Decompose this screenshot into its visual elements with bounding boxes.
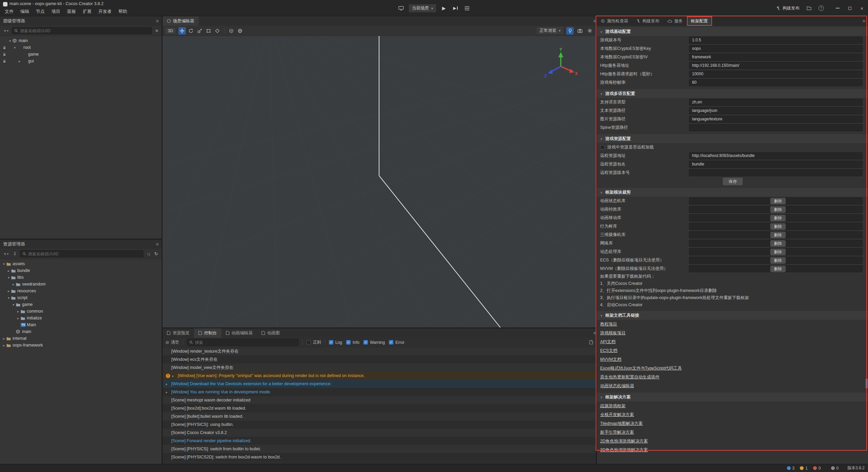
tab-animation-graph[interactable]: 动画图 <box>257 328 284 338</box>
open-project-folder-icon[interactable] <box>805 4 813 12</box>
tree-node-main[interactable]: ▾main <box>0 37 162 44</box>
remote-load-checkbox[interactable] <box>600 145 605 150</box>
checkbox[interactable] <box>329 340 333 345</box>
link[interactable]: 原生包热更新配置自动生成插件 <box>600 374 659 380</box>
warning-count[interactable]: 1 <box>800 466 808 471</box>
link[interactable]: MVVM文档 <box>600 357 622 362</box>
menu-item[interactable]: 项目 <box>48 7 64 16</box>
link[interactable]: Excel格式转Json文件与TypeScript代码工具 <box>600 366 682 371</box>
build-publish-button[interactable]: 构建发布 <box>776 5 800 11</box>
link[interactable]: 动画状态机编辑器 <box>600 383 634 389</box>
tree-toggle-icon[interactable]: ▸ <box>11 282 16 286</box>
menu-item[interactable]: 帮助 <box>115 7 131 16</box>
tree-toggle-icon[interactable]: ▸ <box>6 289 11 293</box>
checkbox[interactable] <box>389 340 393 345</box>
text-input[interactable]: 10000 <box>689 71 863 78</box>
filter-warning[interactable]: Warning <box>363 340 385 345</box>
frame-preview-icon[interactable] <box>463 4 471 12</box>
tree-toggle-icon[interactable]: ▾ <box>6 276 11 279</box>
tab-preview[interactable]: 资源预览 <box>162 328 194 338</box>
menu-item[interactable]: 扩展 <box>79 7 95 16</box>
regex-checkbox[interactable] <box>307 340 311 345</box>
error-count[interactable]: 0 <box>813 466 821 471</box>
tab-service[interactable]: 服务 <box>664 16 687 26</box>
log-row[interactable]: [Scene] meshopt wasm decoder initialized <box>162 396 596 404</box>
text-input[interactable]: http://192.168.0.150/main/ <box>689 62 863 69</box>
log-row[interactable]: [Scene] Forward render pipeline initiali… <box>162 437 596 445</box>
assets-refresh-icon[interactable]: ↻ <box>153 251 159 256</box>
filter-error[interactable]: Error <box>389 340 405 345</box>
delete-button[interactable]: 删除 <box>770 232 786 238</box>
regex-checkbox-item[interactable]: 正则 <box>307 339 321 345</box>
tree-node-oops-framework[interactable]: ▸oops-framework <box>0 342 162 349</box>
inspector-menu-icon[interactable]: ≡ <box>860 16 868 26</box>
log-row[interactable]: [Window] render_texture文件夹存在 <box>162 347 596 355</box>
section-header[interactable]: ∨游戏基础配置 <box>597 27 868 36</box>
help-icon[interactable]: ? <box>817 4 825 12</box>
log-row[interactable]: [Window] model_view文件夹存在 <box>162 363 596 372</box>
minimize-button[interactable] <box>831 0 844 16</box>
assets-searchbox[interactable] <box>20 250 143 257</box>
tree-toggle-icon[interactable]: ▸ <box>1 337 6 340</box>
assets-import-icon[interactable]: ⇩ <box>12 251 18 256</box>
scene-selector-dropdown[interactable]: 当前场景 ▾ <box>409 4 436 13</box>
text-input[interactable] <box>689 124 863 131</box>
delete-button[interactable]: 删除 <box>770 266 786 272</box>
hierarchy-create-button[interactable]: +▾ <box>3 28 9 33</box>
play-button[interactable]: ▶ <box>440 4 448 12</box>
coordinate-space-button[interactable] <box>236 27 244 35</box>
console-export-icon[interactable] <box>589 340 593 345</box>
tree-toggle-icon[interactable]: ▾ <box>7 39 13 43</box>
tab-animation-editor[interactable]: 动画编辑器 <box>221 328 257 338</box>
menu-item[interactable]: 文件 <box>1 7 17 16</box>
view-mode-dropdown[interactable]: 正常浏览 ▾ <box>536 26 564 35</box>
text-input[interactable]: language/json <box>689 107 863 114</box>
assets-sort-icon[interactable]: ↑↓ <box>146 251 151 256</box>
tree-toggle-icon[interactable]: ▸ <box>6 269 11 273</box>
delete-button[interactable]: 删除 <box>770 223 786 230</box>
console-search-input[interactable] <box>195 340 296 345</box>
link[interactable]: API文档 <box>600 339 615 345</box>
text-input[interactable]: zh,en <box>689 99 863 106</box>
pivot-toggle-button[interactable] <box>228 27 235 35</box>
maximize-button[interactable] <box>844 0 856 16</box>
log-row[interactable]: [Scene] [bullet]:bullet wasm lib loaded. <box>162 412 596 420</box>
menu-item[interactable]: 面板 <box>64 7 79 16</box>
task-count[interactable]: 0 <box>831 466 839 471</box>
hierarchy-searchbox[interactable] <box>12 27 152 34</box>
tree-toggle-icon[interactable]: ▾ <box>11 303 16 307</box>
assets-search-input[interactable] <box>28 252 141 256</box>
hierarchy-filter-icon[interactable]: ≡ <box>154 28 159 33</box>
delete-button[interactable]: 删除 <box>770 240 786 247</box>
log-row[interactable]: [Scene] [PHYSICS]: switch from builtin t… <box>162 445 596 453</box>
link[interactable]: 游戏模板项目 <box>600 330 626 336</box>
delete-button[interactable]: 删除 <box>770 257 786 263</box>
preview-device-icon[interactable] <box>397 4 405 12</box>
move-tool-button[interactable] <box>178 27 186 35</box>
console-searchbox[interactable] <box>187 339 299 346</box>
log-expand-icon[interactable]: ▸ <box>166 382 171 386</box>
scene-gizmo-settings-button[interactable] <box>586 27 593 35</box>
tree-toggle-icon[interactable]: ▾ <box>12 46 17 50</box>
transform-gizmo-button[interactable] <box>214 27 221 35</box>
section-header[interactable]: ∨框架文档工具链接 <box>597 311 868 320</box>
tree-toggle-icon[interactable]: ▾ <box>1 262 6 266</box>
tree-node-assets[interactable]: ▾assets <box>0 260 162 267</box>
log-row[interactable]: [Scene] [box2d]:box2d wasm lib loaded. <box>162 404 596 412</box>
tree-node-seedrandom[interactable]: ▸seedrandom <box>0 281 162 288</box>
axis-gizmo[interactable]: Y X Z <box>543 47 578 83</box>
text-input[interactable]: framework <box>689 54 863 61</box>
log-row[interactable]: ▸[Window] You are running Vue in develop… <box>162 388 596 396</box>
section-header[interactable]: ∨游戏多语言配置 <box>597 89 868 98</box>
tab-inspector[interactable]: 属性检查器 <box>597 16 632 26</box>
link[interactable]: 全栈开发解决方案 <box>600 412 634 418</box>
tree-node-libs[interactable]: ▾libs <box>0 274 162 281</box>
info-count[interactable]: 3 <box>787 466 795 471</box>
log-expand-icon[interactable]: ▸ <box>172 374 178 378</box>
text-input[interactable]: bundle <box>689 161 863 168</box>
tree-toggle-icon[interactable]: ▸ <box>16 316 21 320</box>
tree-node-root[interactable]: ▾root <box>0 44 162 51</box>
tree-node-game[interactable]: game <box>0 51 162 58</box>
tree-node-bundle[interactable]: ▸bundle <box>0 267 162 274</box>
inspector-scrollbar-thumb[interactable] <box>866 378 868 389</box>
